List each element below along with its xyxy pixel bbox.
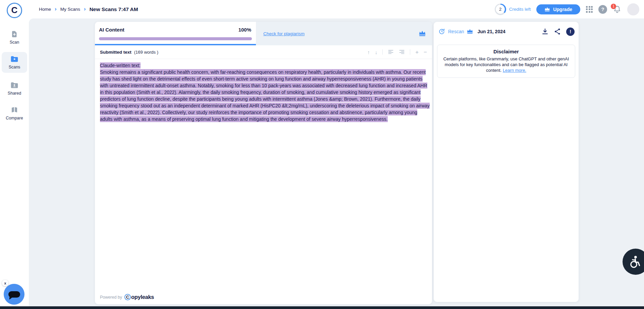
highlighted-text-title: Claude-written text: (100, 62, 141, 68)
share-icon[interactable] (554, 28, 561, 35)
crown-icon (467, 29, 473, 34)
submitted-text-content: Claude-written text: Smoking remains a s… (100, 62, 430, 122)
scans-folder-star-icon: ★ (10, 55, 19, 63)
rescan-button[interactable]: Rescan (448, 29, 464, 34)
toolbar-divider (410, 49, 410, 55)
sidebar-label-scan: Scan (10, 40, 19, 45)
chat-close-button[interactable]: x (2, 280, 8, 286)
align-right-icon[interactable] (399, 49, 405, 55)
zoom-in-icon[interactable]: + (415, 49, 419, 55)
ai-content-progress-bar (99, 37, 252, 40)
new-scan-document-icon (10, 30, 18, 38)
star-glyph: ★ (13, 58, 16, 61)
powered-by-row: Powered by C opyleaks (100, 294, 154, 300)
crown-icon[interactable] (419, 31, 426, 37)
footer-logo-text: opyleaks (131, 294, 154, 300)
upgrade-button[interactable]: Upgrade (536, 4, 580, 14)
sidebar-label-shared: Shared (8, 91, 21, 96)
footer-logo-letter: C (126, 295, 129, 299)
disclaimer-text: Certain platforms, like Grammarly, use C… (443, 56, 570, 73)
breadcrumb-my-scans[interactable]: My Scans (60, 7, 80, 12)
sidebar-item-scan[interactable]: Scan (2, 27, 27, 48)
zoom-out-icon[interactable]: − (424, 49, 427, 55)
sidebar-label-scans: Scans (9, 65, 20, 69)
highlighted-text-body: Smoking remains a significant public hea… (100, 69, 430, 122)
copyleaks-c-icon: C (124, 294, 131, 300)
sidebar-label-compare: Compare (6, 116, 23, 120)
check-plagiarism-link[interactable]: Check for plagiarism (263, 31, 305, 36)
logo-letter: C (11, 6, 18, 14)
shared-folder-person-icon (10, 81, 19, 89)
crown-icon (544, 7, 550, 12)
credits-label: Credits left (509, 7, 531, 12)
chevron-right-icon: › (84, 6, 86, 12)
copyleaks-footer-logo[interactable]: C opyleaks (124, 294, 154, 300)
apps-grid-icon[interactable] (586, 6, 593, 13)
disclaimer-box: Disclaimer Certain platforms, like Gramm… (437, 45, 575, 78)
align-left-icon[interactable] (388, 49, 394, 55)
sidebar-item-compare[interactable]: Compare (2, 103, 27, 124)
breadcrumb: Home › My Scans › New Scans 7:47 AM (39, 0, 138, 18)
scan-details-panel: Rescan Jun 21, 2024 ! Disclaimer Certai (434, 22, 579, 302)
submitted-text-label: Submitted text (100, 50, 131, 55)
disclaimer-title: Disclaimer (443, 49, 570, 54)
sidebar-item-scans[interactable]: ★ Scans (2, 52, 27, 73)
accessibility-wheelchair-icon (628, 255, 642, 269)
toolbar-divider (382, 49, 383, 55)
notifications-bell-icon[interactable]: 1 (613, 5, 622, 14)
chevron-right-icon: › (55, 6, 57, 12)
tab-plagiarism-area: Check for plagiarism (256, 22, 432, 45)
sidebar-item-shared[interactable]: Shared (2, 78, 27, 99)
chat-widget-button[interactable] (4, 284, 24, 305)
next-match-arrow-down-icon[interactable]: ↓ (375, 50, 378, 55)
scan-date: Jun 21, 2024 (477, 29, 505, 34)
previous-match-arrow-up-icon[interactable]: ↑ (367, 50, 370, 55)
sidebar: Scan ★ Scans Shared Compare (0, 18, 29, 306)
top-bar: C Home › My Scans › New Scans 7:47 AM 2 … (0, 0, 644, 18)
user-avatar[interactable] (627, 3, 639, 15)
help-icon[interactable]: ? (598, 5, 607, 14)
upgrade-label: Upgrade (553, 7, 572, 12)
document-toolbar: Submitted text (169 words ) ↑ ↓ + − (95, 45, 432, 59)
info-icon[interactable]: ! (566, 28, 575, 36)
word-count: (169 words ) (134, 50, 158, 55)
ai-content-label: AI Content (99, 27, 124, 33)
credits-indicator[interactable]: 2 Credits left (495, 4, 531, 15)
tab-ai-content[interactable]: AI Content 100% (95, 22, 256, 45)
credits-count: 2 (499, 7, 501, 12)
help-glyph: ? (601, 6, 604, 12)
compare-documents-icon (10, 106, 18, 114)
bottom-strip (0, 306, 644, 309)
breadcrumb-home[interactable]: Home (39, 7, 51, 12)
copyleaks-logo-icon[interactable]: C (7, 3, 22, 18)
breadcrumb-current-scan: New Scans 7:47 AM (90, 6, 138, 12)
scan-result-card: AI Content 100% Check for plagiarism Sub… (95, 22, 432, 304)
chat-bubble-icon (8, 291, 20, 298)
learn-more-link[interactable]: Learn more. (503, 68, 526, 73)
info-glyph: ! (570, 29, 571, 34)
rescan-clock-icon[interactable] (438, 28, 445, 35)
powered-by-label: Powered by (100, 295, 122, 300)
credits-ring-icon: 2 (495, 4, 506, 15)
ai-content-percent: 100% (238, 27, 251, 33)
notification-badge: 1 (611, 4, 616, 9)
download-icon[interactable] (541, 28, 549, 35)
scan-details-header: Rescan Jun 21, 2024 ! (438, 26, 575, 37)
toolbar-divider-line (95, 59, 432, 59)
